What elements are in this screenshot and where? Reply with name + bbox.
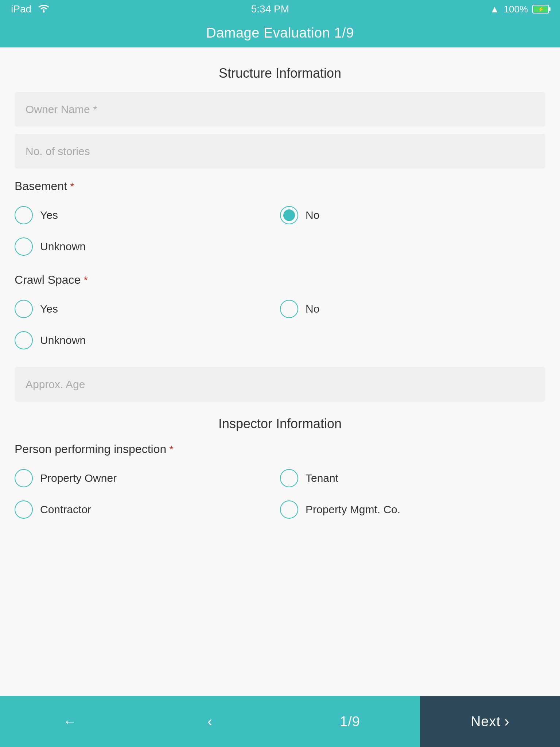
crawl-no-label: No [306,303,319,315]
crawl-space-section: Crawl Space* Yes No Unknown [15,273,545,356]
status-bar: iPad 5:34 PM ▲ 100% ⚡ [0,0,560,18]
status-bar-time: 5:34 PM [251,3,289,15]
person-options: Property Owner Tenant Contractor Propert… [15,462,545,525]
person-label: Person performing inspection* [15,442,545,456]
next-button[interactable]: Next › [420,696,560,747]
crawl-unknown[interactable]: Unknown [15,325,280,356]
wifi-icon [37,3,50,16]
owner-name-input[interactable] [15,92,545,127]
next-label: Next [471,714,501,729]
person-property-owner[interactable]: Property Owner [15,462,280,494]
main-content: Structure Information Basement* Yes No U… [0,47,560,696]
person-contractor-label: Contractor [40,503,91,516]
basement-label: Basement* [15,179,545,193]
page-indicator-label: 1/9 [340,714,360,729]
crawl-yes-radio[interactable] [15,300,33,318]
location-icon: ▲ [490,4,499,15]
person-property-owner-radio[interactable] [15,469,33,487]
back-button[interactable]: ← [0,696,140,747]
inspector-info-title: Inspector Information [15,416,545,431]
approx-age-group [15,367,545,402]
person-required: * [169,443,174,456]
basement-yes-radio[interactable] [15,206,33,224]
structure-info-title: Structure Information [15,66,545,81]
basement-options: Yes No Unknown [15,200,545,262]
crawl-yes-label: Yes [40,303,58,315]
person-tenant-label: Tenant [306,472,338,484]
basement-yes[interactable]: Yes [15,200,280,231]
basement-unknown[interactable]: Unknown [15,231,280,262]
crawl-unknown-radio[interactable] [15,331,33,349]
crawl-no-radio[interactable] [280,300,298,318]
person-property-owner-label: Property Owner [40,472,117,484]
person-contractor-radio[interactable] [15,500,33,519]
page-indicator: 1/9 [280,696,420,747]
basement-no-radio[interactable] [280,206,298,224]
basement-section: Basement* Yes No Unknown [15,179,545,262]
basement-yes-label: Yes [40,209,58,221]
battery-percent: 100% [504,4,528,15]
prev-button[interactable]: ‹ [140,696,280,747]
basement-unknown-radio[interactable] [15,237,33,256]
approx-age-input[interactable] [15,367,545,402]
crawl-yes[interactable]: Yes [15,293,280,325]
basement-no-label: No [306,209,319,221]
bottom-nav: ← ‹ 1/9 Next › [0,696,560,747]
page-title: Damage Evaluation 1/9 [206,25,354,41]
stories-input[interactable] [15,134,545,169]
battery-icon: ⚡ [532,5,549,13]
crawl-space-options: Yes No Unknown [15,293,545,356]
status-bar-left: iPad [11,3,50,16]
basement-required: * [70,180,74,193]
device-label: iPad [11,3,31,15]
person-tenant[interactable]: Tenant [280,462,545,494]
crawl-space-label: Crawl Space* [15,273,545,287]
crawl-space-required: * [83,274,88,286]
crawl-unknown-label: Unknown [40,334,86,347]
basement-no[interactable]: No [280,200,545,231]
title-bar: Damage Evaluation 1/9 [0,18,560,47]
prev-arrow-icon: ‹ [207,714,213,729]
status-bar-right: ▲ 100% ⚡ [490,4,549,15]
person-property-mgmt[interactable]: Property Mgmt. Co. [280,494,545,525]
person-contractor[interactable]: Contractor [15,494,280,525]
basement-unknown-label: Unknown [40,240,86,253]
stories-group [15,134,545,169]
person-tenant-radio[interactable] [280,469,298,487]
person-property-mgmt-label: Property Mgmt. Co. [306,503,400,516]
person-property-mgmt-radio[interactable] [280,500,298,519]
svg-point-0 [43,11,45,12]
crawl-no[interactable]: No [280,293,545,325]
person-section: Person performing inspection* Property O… [15,442,545,525]
next-arrow-icon: › [504,713,509,730]
owner-name-group [15,92,545,127]
back-arrow-icon: ← [63,714,77,729]
